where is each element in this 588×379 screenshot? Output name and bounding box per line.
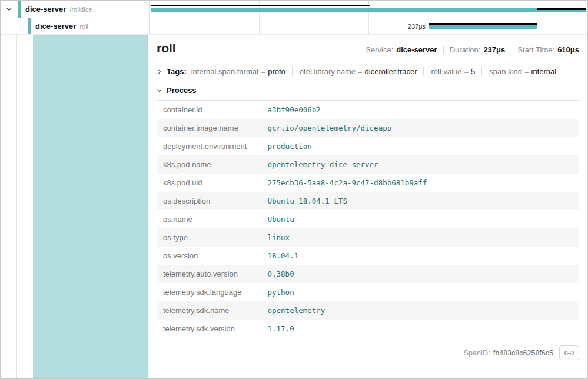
indent-guide bbox=[1, 35, 17, 378]
jaeger-trace-detail-view: dice-server /rolldice dice-server roll 2… bbox=[0, 0, 588, 379]
process-row: telemetry.sdk.version1.17.0 bbox=[157, 320, 579, 338]
tag-item: internal.span.format=proto bbox=[191, 67, 285, 76]
parent-span-bar[interactable] bbox=[151, 8, 586, 12]
process-key: os.name bbox=[157, 210, 262, 228]
process-value: 18.04.1 bbox=[262, 247, 579, 265]
process-key: telemetry.sdk.name bbox=[157, 301, 262, 320]
tag-equals: = bbox=[464, 67, 469, 76]
process-table-body: container.ida3bf90e006b2container.image.… bbox=[157, 101, 579, 338]
tag-value: 5 bbox=[471, 67, 475, 76]
span-color-bar bbox=[18, 1, 21, 18]
process-row: k8s.pod.uid275ecb36-5aa8-4c2a-9c47-d8bb6… bbox=[157, 174, 579, 192]
stat-label: Start Time: bbox=[517, 45, 554, 54]
stat-value: 610μs bbox=[557, 45, 579, 54]
process-row: telemetry.auto.version0.38b0 bbox=[157, 265, 579, 283]
process-key: container.image.name bbox=[157, 119, 262, 137]
stat-separator bbox=[511, 46, 511, 54]
span-detail-panel: roll Service:dice-server Duration:237μs … bbox=[148, 35, 587, 378]
trace-body: roll Service:dice-server Duration:237μs … bbox=[1, 35, 587, 378]
stat-label: Duration: bbox=[450, 45, 481, 54]
process-accordion-toggle[interactable]: Process bbox=[157, 81, 579, 95]
selected-span-strip[interactable] bbox=[33, 35, 148, 378]
critical-path-segment bbox=[151, 5, 370, 6]
process-key: os.description bbox=[157, 192, 262, 210]
process-value: python bbox=[262, 283, 579, 301]
service-name: dice-server bbox=[25, 5, 66, 14]
tag-key: otel.library.name bbox=[300, 67, 356, 76]
span-color-bar bbox=[28, 18, 31, 34]
process-table: container.ida3bf90e006b2container.image.… bbox=[157, 100, 579, 338]
process-key: deployment.environment bbox=[157, 137, 262, 155]
process-key: k8s.pod.uid bbox=[157, 174, 262, 192]
tag-item: roll.value=5 bbox=[423, 67, 475, 76]
tag-item: span.kind=internal bbox=[481, 67, 556, 76]
service-name: dice-server bbox=[35, 22, 76, 31]
selected-span-bar[interactable] bbox=[429, 25, 537, 29]
tags-accordion-toggle[interactable]: Tags: internal.span.format=protootel.lib… bbox=[157, 61, 579, 81]
operation-name: roll bbox=[79, 23, 88, 30]
process-key: telemetry.auto.version bbox=[157, 265, 262, 283]
process-value: opentelemetry bbox=[262, 301, 579, 320]
process-value: linux bbox=[262, 228, 579, 247]
indent-guide bbox=[25, 35, 33, 378]
stat-start-time: Start Time:610μs bbox=[517, 45, 579, 54]
operation-name: /rolldice bbox=[69, 6, 92, 13]
span-timeline-header: dice-server /rolldice dice-server roll 2… bbox=[1, 1, 587, 35]
process-value: gcr.io/opentelemetry/diceapp bbox=[262, 119, 579, 137]
indent-guide bbox=[17, 35, 25, 378]
span-stats: Service:dice-server Duration:237μs Start… bbox=[366, 45, 579, 54]
chevron-down-icon bbox=[157, 88, 162, 94]
link-icon bbox=[564, 348, 574, 358]
span-title: roll bbox=[157, 41, 176, 56]
process-value: Ubuntu bbox=[262, 210, 579, 228]
process-key: telemetry.sdk.language bbox=[157, 283, 262, 301]
tag-equals: = bbox=[524, 67, 529, 76]
span-detail-footer: SpanID: fb483c8c6258f6c5 bbox=[157, 345, 579, 360]
tag-key: internal.span.format bbox=[191, 67, 259, 76]
process-value: 0.38b0 bbox=[262, 265, 579, 283]
tags-label: Tags: bbox=[167, 67, 187, 76]
process-key: k8s.pod.name bbox=[157, 155, 262, 174]
process-value: a3bf90e006b2 bbox=[262, 101, 579, 119]
process-key: container.id bbox=[157, 101, 262, 119]
span-detail-header: roll Service:dice-server Duration:237μs … bbox=[157, 41, 579, 61]
stat-value: 237μs bbox=[483, 45, 505, 54]
span-duration-label: 237μs bbox=[371, 22, 426, 31]
process-value: opentelemetry-dice-server bbox=[262, 155, 579, 174]
process-value: production bbox=[262, 137, 579, 155]
process-row: os.descriptionUbuntu 18.04.1 LTS bbox=[157, 192, 579, 210]
process-row: telemetry.sdk.nameopentelemetry bbox=[157, 301, 579, 320]
stat-value: dice-server bbox=[396, 45, 437, 54]
span-id-value: fb483c8c6258f6c5 bbox=[493, 349, 553, 357]
process-row: deployment.environmentproduction bbox=[157, 137, 579, 155]
tags-list: internal.span.format=protootel.library.n… bbox=[191, 67, 557, 76]
collapse-chevron-icon[interactable] bbox=[5, 6, 13, 12]
stat-separator bbox=[443, 46, 444, 54]
process-row: container.image.namegcr.io/opentelemetry… bbox=[157, 119, 579, 137]
critical-path-segment bbox=[537, 8, 586, 10]
tag-value: proto bbox=[268, 67, 285, 76]
stat-service: Service:dice-server bbox=[366, 45, 437, 54]
tag-value: diceroller.tracer bbox=[365, 67, 417, 76]
tag-equals: = bbox=[358, 67, 363, 76]
stat-duration: Duration:237μs bbox=[450, 45, 506, 54]
process-key: os.version bbox=[157, 247, 262, 265]
process-key: os.type bbox=[157, 228, 262, 247]
process-row: telemetry.sdk.languagepython bbox=[157, 283, 579, 301]
process-value: 1.17.0 bbox=[262, 320, 579, 338]
tag-item: otel.library.name=diceroller.tracer bbox=[292, 67, 417, 76]
process-label: Process bbox=[167, 86, 197, 95]
span-name-cell[interactable]: dice-server roll bbox=[1, 18, 149, 34]
chevron-right-icon bbox=[157, 69, 162, 75]
deep-link-button[interactable] bbox=[559, 345, 579, 360]
process-value: Ubuntu 18.04.1 LTS bbox=[262, 192, 579, 210]
stat-label: Service: bbox=[366, 45, 393, 54]
process-row: os.typelinux bbox=[157, 228, 579, 247]
span-id-label: SpanID: bbox=[464, 349, 490, 357]
tag-value: internal bbox=[531, 67, 557, 76]
span-name-cell[interactable]: dice-server /rolldice bbox=[1, 1, 149, 18]
process-row: os.version18.04.1 bbox=[157, 247, 579, 265]
process-value: 275ecb36-5aa8-4c2a-9c47-d8bb681b9aff bbox=[262, 174, 579, 192]
tag-equals: = bbox=[261, 67, 266, 76]
tag-key: roll.value bbox=[431, 67, 461, 76]
